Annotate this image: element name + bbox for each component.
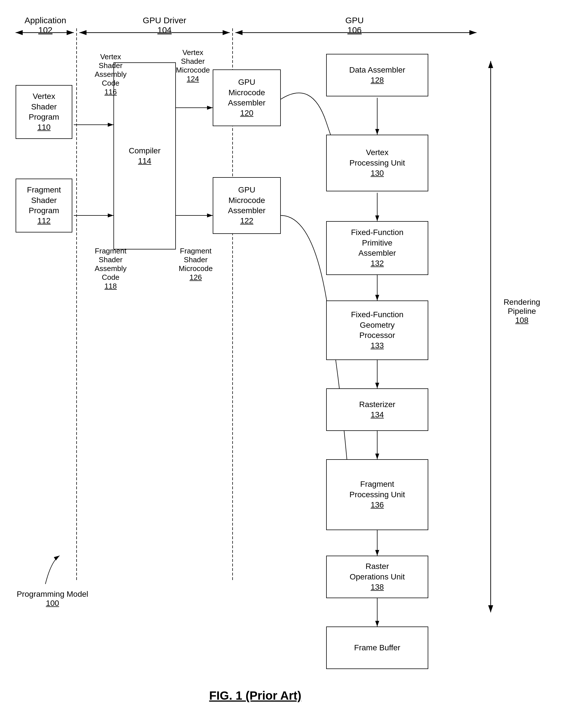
vertex-shader-microcode-label: Vertex Shader Microcode 124 (167, 48, 218, 83)
raster-operations-unit-box: Raster Operations Unit 138 (326, 556, 428, 598)
gpu-microcode-assembler-122-box: GPU Microcode Assembler 122 (213, 177, 281, 234)
fragment-shader-microcode-label: Fragment Shader Microcode 126 (167, 247, 224, 282)
gpu-driver-header: GPU Driver 104 (122, 16, 207, 35)
data-assembler-box: Data Assembler 128 (326, 54, 428, 96)
vertex-processing-unit-box: Vertex Processing Unit 130 (326, 135, 428, 191)
application-header: Application 102 (16, 16, 75, 35)
fixed-function-geometry-box: Fixed-Function Geometry Processor 133 (326, 300, 428, 360)
rendering-pipeline-label: Rendering Pipeline 108 (499, 298, 545, 325)
programming-model-label: Programming Model 100 (16, 590, 89, 608)
figure-caption: FIG. 1 (Prior Art) (170, 689, 340, 702)
fragment-processing-unit-box: Fragment Processing Unit 136 (326, 459, 428, 530)
rasterizer-box: Rasterizer 134 (326, 388, 428, 431)
gpu-header: GPU 106 (312, 16, 397, 35)
vertex-shader-assembly-label: Vertex Shader Assembly Code 116 (85, 52, 136, 96)
fragment-shader-program-box: Fragment Shader Program 112 (16, 179, 72, 232)
vertex-shader-program-box: Vertex Shader Program 110 (16, 85, 72, 139)
diagram-container: Application 102 GPU Driver 104 GPU 106 V… (0, 0, 561, 728)
fragment-shader-assembly-label: Fragment Shader Assembly Code 118 (85, 247, 136, 291)
frame-buffer-box: Frame Buffer (326, 627, 428, 669)
gpu-microcode-assembler-120-box: GPU Microcode Assembler 120 (213, 69, 281, 126)
fixed-function-primitive-box: Fixed-Function Primitive Assembler 132 (326, 221, 428, 275)
